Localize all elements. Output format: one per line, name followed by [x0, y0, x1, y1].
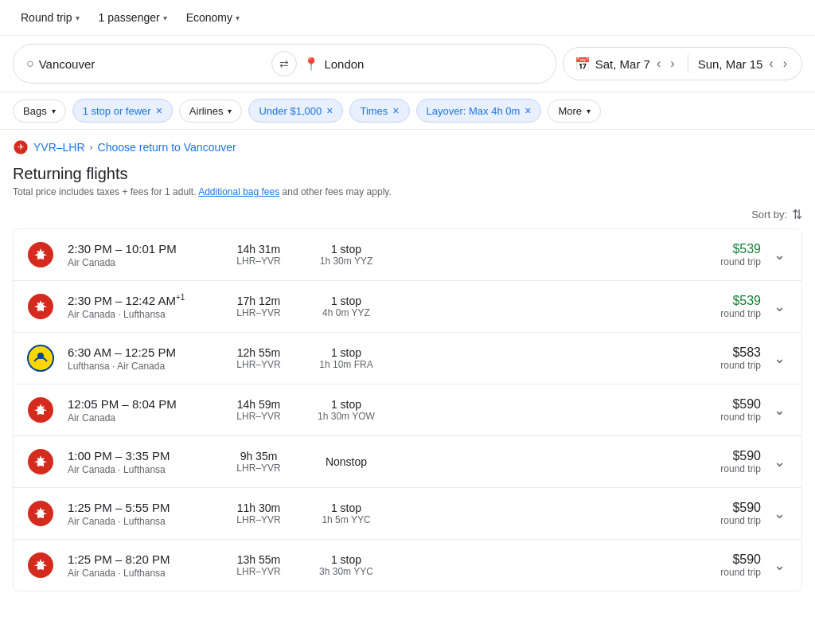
- price-value: $590: [720, 397, 761, 412]
- route-label: LHR–YVR: [219, 463, 298, 474]
- expand-button[interactable]: ⌄: [770, 243, 789, 267]
- swap-button[interactable]: ⇄: [271, 51, 297, 76]
- stops-detail: 1h 30m YYZ: [298, 256, 394, 267]
- price-label: round trip: [720, 567, 761, 578]
- duration-value: 13h 55m: [219, 553, 298, 566]
- passengers-button[interactable]: 1 passenger ▾: [91, 6, 175, 29]
- origin-field[interactable]: ○: [26, 57, 265, 71]
- route-label: LHR–YVR: [219, 411, 298, 422]
- expand-button[interactable]: ⌄: [770, 502, 789, 525]
- filter-chevron-airlines: ▾: [228, 107, 232, 115]
- route-label: LHR–YVR: [219, 307, 298, 318]
- flight-stops: 1 stop 4h 0m YYZ: [298, 295, 394, 318]
- price-value: $583: [720, 345, 761, 360]
- breadcrumb-return-link[interactable]: Choose return to Vancouver: [98, 141, 236, 154]
- airline-logo: [26, 551, 55, 580]
- flight-row[interactable]: 1:25 PM – 5:55 PM Air Canada · Lufthansa…: [14, 488, 801, 540]
- flight-duration: 12h 55m LHR–YVR: [219, 346, 298, 370]
- flight-row[interactable]: 1:25 PM – 8:20 PM Air Canada · Lufthansa…: [14, 540, 801, 591]
- time-range: 1:25 PM – 5:55 PM: [68, 501, 219, 514]
- expand-button[interactable]: ⌄: [770, 553, 789, 577]
- time-range: 1:25 PM – 8:20 PM: [68, 552, 219, 566]
- price-label: round trip: [720, 308, 761, 319]
- stops-value: Nonstop: [298, 455, 394, 468]
- time-range: 2:30 PM – 10:01 PM: [68, 242, 219, 256]
- return-next-button[interactable]: ›: [780, 55, 790, 72]
- flight-stops: 1 stop 3h 30m YYC: [298, 553, 394, 577]
- expand-button[interactable]: ⌄: [770, 346, 789, 370]
- airline-logo: [26, 240, 55, 269]
- flight-price: $539 round trip: [720, 242, 761, 267]
- flight-duration: 11h 30m LHR–YVR: [219, 502, 298, 525]
- main-content: Returning flights Total price includes t…: [0, 165, 815, 591]
- cabin-class-button[interactable]: Economy ▾: [178, 6, 248, 29]
- search-fields-container: ○ ⇄ 📍: [13, 44, 556, 84]
- price-label: round trip: [720, 515, 761, 526]
- return-date-field[interactable]: Sun, Mar 15: [698, 57, 763, 71]
- filter-chip-more[interactable]: More▾: [548, 100, 601, 123]
- filter-chip-bags[interactable]: Bags▾: [13, 100, 66, 123]
- stops-detail: 3h 30m YYC: [298, 566, 394, 577]
- filter-chip-stops[interactable]: 1 stop or fewer×: [72, 99, 173, 123]
- stops-value: 1 stop: [298, 295, 394, 307]
- airline-name: Air Canada · Lufthansa: [68, 516, 219, 527]
- flight-row[interactable]: 6:30 AM – 12:25 PM Lufthansa · Air Canad…: [14, 333, 801, 384]
- expand-button[interactable]: ⌄: [770, 295, 789, 318]
- time-range: 12:05 PM – 8:04 PM: [68, 397, 219, 411]
- date-divider: [688, 54, 688, 73]
- departure-date-field[interactable]: 📅 Sat, Mar 7: [575, 57, 650, 72]
- flight-stops: 1 stop 1h 10m FRA: [298, 346, 394, 370]
- duration-value: 17h 12m: [219, 295, 298, 307]
- filter-remove-stops[interactable]: ×: [156, 104, 162, 117]
- airline-name: Air Canada · Lufthansa: [68, 309, 219, 320]
- passengers-chevron: ▾: [163, 14, 167, 22]
- flight-times: 12:05 PM – 8:04 PM Air Canada: [68, 397, 219, 423]
- route-label: LHR–YVR: [219, 256, 298, 267]
- duration-value: 14h 59m: [219, 398, 298, 411]
- cabin-class-label: Economy: [186, 11, 232, 24]
- route-label: LHR–YVR: [219, 359, 298, 370]
- filter-chip-times[interactable]: Times×: [349, 99, 409, 123]
- stops-detail: 1h 30m YOW: [298, 411, 394, 422]
- airline-name: Air Canada · Lufthansa: [68, 568, 219, 579]
- return-prev-button[interactable]: ‹: [766, 55, 776, 72]
- flight-stops: Nonstop: [298, 455, 394, 468]
- stops-value: 1 stop: [298, 398, 394, 411]
- duration-value: 11h 30m: [219, 502, 298, 514]
- flight-row[interactable]: 12:05 PM – 8:04 PM Air Canada 14h 59m LH…: [14, 384, 801, 436]
- origin-input[interactable]: [39, 57, 266, 71]
- flight-times: 2:30 PM – 12:42 AM+1 Air Canada · Luftha…: [68, 293, 219, 320]
- departure-prev-button[interactable]: ‹: [653, 55, 664, 72]
- price-label: round trip: [720, 360, 761, 371]
- flight-price: $590 round trip: [720, 449, 761, 474]
- filter-chip-price[interactable]: Under $1,000×: [248, 99, 343, 123]
- sort-bar: Sort by: ⇅: [13, 207, 802, 222]
- filter-remove-layover[interactable]: ×: [524, 104, 531, 117]
- flight-times: 1:25 PM – 8:20 PM Air Canada · Lufthansa: [68, 552, 219, 579]
- expand-button[interactable]: ⌄: [770, 450, 789, 474]
- filter-remove-times[interactable]: ×: [392, 104, 399, 117]
- stops-detail: 4h 0m YYZ: [298, 307, 394, 318]
- price-value: $590: [720, 501, 761, 515]
- destination-field[interactable]: 📍: [303, 57, 542, 72]
- flight-row[interactable]: 2:30 PM – 12:42 AM+1 Air Canada · Luftha…: [14, 281, 801, 333]
- flight-row[interactable]: 2:30 PM – 10:01 PM Air Canada 14h 31m LH…: [14, 229, 801, 281]
- time-range: 6:30 AM – 12:25 PM: [68, 345, 219, 359]
- breadcrumb-separator: ›: [90, 142, 93, 153]
- filter-chip-airlines[interactable]: Airlines▾: [179, 100, 243, 123]
- stops-detail: 1h 5m YYC: [298, 514, 394, 525]
- expand-button[interactable]: ⌄: [770, 398, 789, 422]
- destination-input[interactable]: [324, 57, 542, 71]
- breadcrumb-route-link[interactable]: YVR–LHR: [33, 141, 85, 154]
- filter-chip-layover[interactable]: Layover: Max 4h 0m×: [416, 99, 542, 123]
- departure-next-button[interactable]: ›: [667, 55, 677, 72]
- stops-value: 1 stop: [298, 502, 394, 514]
- sort-label: Sort by:: [751, 209, 787, 221]
- flight-duration: 14h 59m LHR–YVR: [219, 398, 298, 422]
- bag-fees-link[interactable]: Additional bag fees: [198, 186, 279, 197]
- filter-remove-price[interactable]: ×: [326, 104, 333, 117]
- flight-row[interactable]: 1:00 PM – 3:35 PM Air Canada · Lufthansa…: [14, 436, 801, 488]
- sort-icon[interactable]: ⇅: [792, 207, 802, 222]
- airline-name: Air Canada · Lufthansa: [68, 464, 219, 475]
- trip-type-button[interactable]: Round trip ▾: [13, 6, 88, 29]
